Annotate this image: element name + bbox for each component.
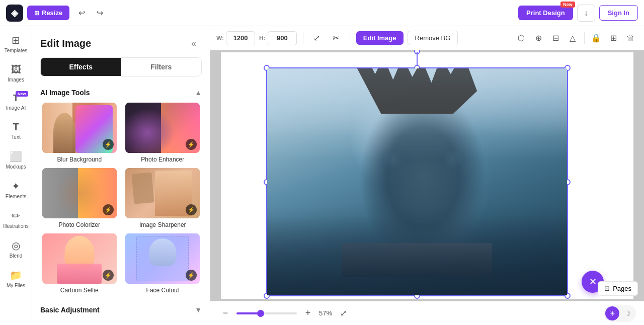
pages-button[interactable]: ⊡ Pages — [598, 281, 638, 296]
shape-button[interactable]: ⬡ — [514, 31, 529, 46]
panel-content: AI Image Tools ▲ ⚡ Blur Background — [32, 83, 210, 325]
basic-adjustment-title: Basic Adjustment — [40, 306, 100, 314]
zoom-thumb[interactable] — [257, 310, 264, 317]
cartoon-selfie-label: Cartoon Selfie — [60, 287, 99, 294]
app-logo: ◈ — [6, 5, 23, 22]
collapse-panel-button[interactable]: « — [186, 35, 202, 51]
sidebar-item-images[interactable]: 🖼 Images — [2, 60, 30, 87]
sidebar-item-illustrations[interactable]: ✏ Illustrations — [2, 206, 30, 233]
hair-decoration — [357, 68, 477, 114]
sign-in-label: Sign In — [608, 9, 629, 17]
image-sharpener-label: Image Sharpener — [139, 221, 186, 228]
resize-button[interactable]: ⊞ Resize — [27, 6, 69, 20]
zoom-slider[interactable] — [236, 312, 297, 314]
main-area: ⊞ Templates 🖼 Images New T Image AI T Te… — [0, 26, 644, 325]
align-icon: △ — [570, 33, 576, 43]
images-icon: 🖼 — [11, 64, 21, 75]
photo-colorizer-thumbnail: ⚡ — [42, 168, 117, 218]
fit-icon: ⤢ — [340, 308, 347, 318]
right-icon-group: ⬡ ⊕ ⊟ △ 🔒 ⊞ 🗑 — [514, 31, 638, 46]
face-top-light — [267, 68, 567, 159]
photo-colorizer-label: Photo Colorizer — [58, 221, 100, 228]
zoom-out-button[interactable]: − — [218, 306, 232, 320]
sign-in-button[interactable]: Sign In — [599, 5, 638, 21]
lock-button[interactable]: 🔒 — [589, 31, 604, 46]
bottom-bar: − + 57% ⤢ ☀ ☽ — [210, 301, 644, 325]
collapse-icon: « — [191, 38, 196, 49]
remove-bg-button[interactable]: Remove BG — [408, 31, 458, 45]
duplicate-icon: ⊞ — [610, 33, 617, 43]
canvas-background — [221, 52, 633, 299]
duplicate-button[interactable]: ⊞ — [606, 31, 621, 46]
main-toolbar: ◈ ⊞ Resize ↩ ↪ New Print Design ↓ Sign I… — [0, 0, 644, 26]
undo-button[interactable]: ↩ — [73, 5, 90, 21]
zoom-level-label: 57% — [319, 309, 332, 317]
redo-icon: ↪ — [97, 8, 103, 18]
sidebar-item-text[interactable]: T Text — [2, 117, 30, 144]
selected-image-container[interactable] — [266, 67, 568, 296]
zoom-in-button[interactable]: + — [301, 306, 315, 320]
tab-effects[interactable]: Effects — [41, 58, 121, 76]
expand-icon: ⤢ — [313, 33, 320, 43]
zoom-out-icon: − — [223, 308, 228, 318]
canvas-viewport[interactable]: ✕ ⊡ Pages — [210, 50, 644, 301]
tool-cartoon-selfie[interactable]: ⚡ Cartoon Selfie — [40, 233, 119, 294]
basic-adjustment-section-header[interactable]: Basic Adjustment ▼ — [36, 300, 206, 318]
mockups-icon: ⬜ — [10, 150, 22, 162]
sidebar-item-elements[interactable]: ✦ Elements — [2, 176, 30, 204]
expand-button[interactable]: ⤢ — [309, 31, 325, 46]
sun-icon: ☀ — [609, 309, 616, 317]
edit-image-button[interactable]: Edit Image — [356, 31, 404, 45]
remove-bg-label: Remove BG — [415, 34, 451, 42]
pages-icon: ⊡ — [604, 285, 610, 292]
tool-blur-background[interactable]: ⚡ Blur Background — [40, 103, 119, 163]
tool-face-cutout[interactable]: ⚡ Face Cutout — [124, 233, 202, 294]
face-overlay — [267, 68, 567, 295]
sci-fi-image — [267, 68, 567, 295]
sidebar-item-my-files[interactable]: 📁 My Files — [2, 265, 30, 293]
tool-image-sharpener[interactable]: ⚡ Image Sharpener — [124, 168, 202, 228]
layers-button[interactable]: ⊟ — [548, 31, 563, 46]
blend-icon: ◎ — [12, 239, 20, 252]
canvas-toolbar-sep1 — [303, 32, 303, 44]
fit-to-screen-button[interactable]: ⤢ — [336, 306, 350, 320]
cartoon-selfie-thumbnail: ⚡ — [42, 233, 117, 284]
image-ai-label: Image AI — [6, 105, 26, 111]
undo-icon: ↩ — [78, 8, 85, 18]
sidebar-item-image-ai[interactable]: New T Image AI — [2, 89, 30, 115]
width-input[interactable] — [226, 31, 255, 45]
ai-tools-chevron-icon: ▲ — [195, 89, 202, 97]
pages-label: Pages — [613, 285, 631, 292]
dark-theme-button[interactable]: ☽ — [620, 306, 634, 320]
ai-tools-section-header[interactable]: AI Image Tools ▲ — [36, 83, 206, 101]
download-icon: ↓ — [584, 9, 588, 18]
illustrations-icon: ✏ — [12, 210, 20, 222]
tab-filters[interactable]: Filters — [121, 58, 202, 76]
delete-button[interactable]: 🗑 — [623, 31, 638, 46]
print-design-button[interactable]: New Print Design — [518, 6, 573, 20]
photo-enhancer-thumbnail: ⚡ — [125, 103, 200, 153]
sidebar-item-templates[interactable]: ⊞ Templates — [2, 30, 30, 58]
ai-tools-title: AI Image Tools — [40, 89, 90, 97]
width-label: W: — [216, 35, 224, 42]
crop-button[interactable]: ✂ — [329, 31, 344, 46]
tool-photo-colorizer[interactable]: ⚡ Photo Colorizer — [40, 168, 119, 228]
face-cutout-thumbnail: ⚡ — [125, 233, 200, 284]
sidebar-item-mockups[interactable]: ⬜ Mockups — [2, 146, 30, 174]
download-button[interactable]: ↓ — [577, 5, 595, 22]
resize-label: Resize — [42, 9, 62, 17]
sidebar-item-blend[interactable]: ◎ Blend — [2, 235, 30, 263]
tool-photo-enhancer[interactable]: ⚡ Photo Enhancer — [124, 103, 202, 163]
position-button[interactable]: ⊕ — [531, 31, 546, 46]
edit-panel: Edit Image « Effects Filters AI Image To… — [32, 26, 210, 325]
align-button[interactable]: △ — [565, 31, 580, 46]
lock-icon: 🔒 — [591, 33, 601, 43]
resize-icon: ⊞ — [34, 10, 39, 17]
redo-button[interactable]: ↪ — [92, 5, 108, 21]
light-theme-button[interactable]: ☀ — [605, 306, 619, 320]
image-ai-new-badge: New — [16, 91, 28, 97]
images-label: Images — [8, 77, 24, 83]
zoom-in-icon: + — [305, 308, 311, 318]
print-design-label: Print Design — [526, 9, 565, 17]
height-input[interactable] — [268, 31, 297, 45]
